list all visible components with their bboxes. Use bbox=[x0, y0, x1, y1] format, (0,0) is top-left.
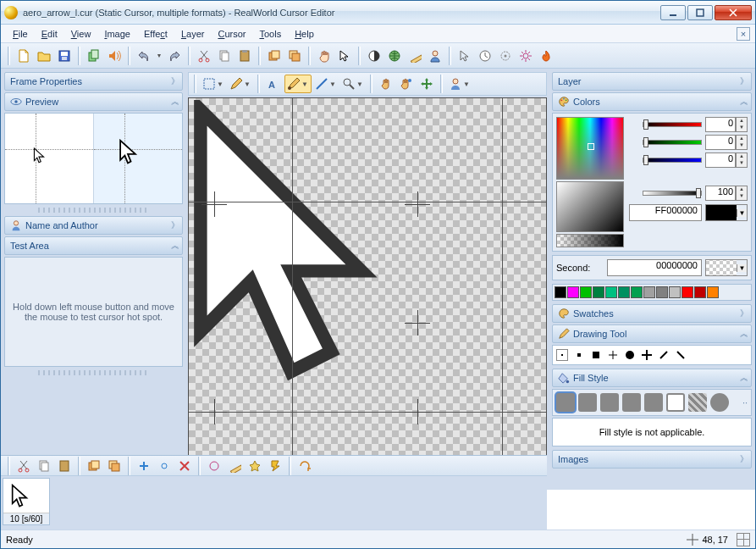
clock-icon[interactable] bbox=[476, 47, 494, 65]
open-folder-icon[interactable] bbox=[35, 47, 53, 65]
images-header[interactable]: Images》 bbox=[552, 450, 752, 469]
palette-swatch[interactable] bbox=[669, 286, 681, 298]
fx2-icon[interactable] bbox=[225, 457, 244, 475]
frame-paste-icon[interactable] bbox=[55, 457, 74, 475]
green-value[interactable]: 0 bbox=[705, 135, 736, 150]
user-icon[interactable] bbox=[426, 47, 444, 65]
palette-swatch[interactable] bbox=[555, 286, 566, 298]
green-slider[interactable] bbox=[643, 140, 702, 145]
fill-4[interactable] bbox=[622, 393, 641, 412]
paste-icon[interactable] bbox=[235, 47, 254, 65]
duplicate-icon[interactable] bbox=[85, 47, 103, 65]
canvas[interactable] bbox=[188, 97, 547, 486]
brush-6[interactable] bbox=[641, 349, 653, 361]
frame-copy-icon[interactable] bbox=[35, 457, 53, 475]
hand-icon[interactable] bbox=[315, 47, 334, 65]
pick-tool[interactable] bbox=[397, 75, 416, 93]
menu-layer[interactable]: Layer bbox=[174, 27, 212, 41]
red-value[interactable]: 0 bbox=[705, 117, 736, 132]
alpha-slider[interactable] bbox=[643, 191, 702, 196]
luminance-picker[interactable] bbox=[556, 181, 624, 232]
close-button[interactable] bbox=[715, 5, 752, 20]
gripper[interactable] bbox=[38, 208, 149, 213]
fx4-icon[interactable] bbox=[266, 457, 284, 475]
fill-6[interactable] bbox=[666, 393, 685, 412]
palette-swatch[interactable] bbox=[567, 286, 579, 298]
fill-5[interactable] bbox=[644, 393, 663, 412]
brush-7[interactable] bbox=[658, 349, 670, 361]
fill-style-header[interactable]: Fill Style︽ bbox=[552, 369, 752, 387]
drawing-tool-header[interactable]: Drawing Tool︽ bbox=[552, 324, 752, 343]
frame-cut-icon[interactable] bbox=[14, 457, 33, 475]
move-tool[interactable] bbox=[417, 75, 436, 93]
preview-header[interactable]: Preview ︽ bbox=[4, 92, 183, 111]
menu-cursor[interactable]: Cursor bbox=[211, 27, 252, 41]
alpha-preview[interactable] bbox=[556, 234, 624, 247]
copy-icon[interactable] bbox=[215, 47, 234, 65]
fill-2[interactable] bbox=[578, 393, 597, 412]
cut-icon[interactable] bbox=[195, 47, 213, 65]
save-icon[interactable] bbox=[55, 47, 74, 65]
hand-tool[interactable] bbox=[377, 75, 395, 93]
preview-cell-2[interactable] bbox=[93, 114, 182, 203]
minimize-button[interactable] bbox=[660, 5, 686, 20]
link-frame-icon[interactable] bbox=[155, 457, 174, 475]
target-icon[interactable] bbox=[496, 47, 515, 65]
contrast-icon[interactable] bbox=[365, 47, 384, 65]
fx3-icon[interactable] bbox=[246, 457, 264, 475]
preview-cell-1[interactable] bbox=[5, 114, 93, 203]
alpha-value[interactable]: 100 bbox=[705, 186, 736, 201]
gear-icon[interactable] bbox=[516, 47, 535, 65]
menu-effect[interactable]: Effect bbox=[137, 27, 174, 41]
red-slider[interactable] bbox=[643, 122, 702, 127]
pencil-tool[interactable]: ▼ bbox=[228, 75, 253, 93]
red-spin[interactable]: ▲▼ bbox=[736, 117, 748, 132]
frame-a-icon[interactable] bbox=[85, 457, 103, 475]
line-tool[interactable]: ▼ bbox=[313, 75, 339, 93]
menu-image[interactable]: Image bbox=[97, 27, 137, 41]
undo-icon[interactable] bbox=[135, 47, 153, 65]
menu-tools[interactable]: Tools bbox=[252, 27, 288, 41]
select-rect-tool[interactable]: ▼ bbox=[201, 75, 226, 93]
undo-dd-icon[interactable]: ▼ bbox=[155, 47, 163, 65]
fx1-icon[interactable] bbox=[205, 457, 223, 475]
globe-icon[interactable] bbox=[385, 47, 404, 65]
alpha-spin[interactable]: ▲▼ bbox=[736, 186, 748, 201]
arrow-select-icon[interactable] bbox=[335, 47, 354, 65]
secondary-swatch[interactable]: ▼ bbox=[705, 259, 748, 276]
menu-help[interactable]: Help bbox=[288, 27, 321, 41]
gripper[interactable] bbox=[38, 370, 149, 375]
swatches-header[interactable]: Swatches》 bbox=[552, 304, 752, 323]
preview-box[interactable] bbox=[4, 113, 183, 204]
hex-input[interactable]: FF000000 bbox=[629, 204, 702, 221]
arrow-tool-icon[interactable] bbox=[455, 47, 474, 65]
second-hex-input[interactable]: 00000000 bbox=[607, 259, 702, 276]
maximize-button[interactable] bbox=[687, 5, 713, 20]
primary-swatch[interactable]: ▼ bbox=[705, 204, 748, 221]
layer-header[interactable]: Layer》 bbox=[552, 72, 752, 91]
grid-icon[interactable] bbox=[737, 533, 750, 546]
palette-swatch[interactable] bbox=[694, 286, 706, 298]
name-author-header[interactable]: Name and Author 》 bbox=[4, 216, 183, 235]
brush-3[interactable] bbox=[590, 349, 602, 361]
blue-slider[interactable] bbox=[643, 158, 702, 163]
text-tool[interactable]: A bbox=[264, 75, 283, 93]
brush-1[interactable] bbox=[556, 349, 568, 361]
frame-cell[interactable]: 10 [s/60] bbox=[3, 478, 50, 525]
ruler-icon[interactable] bbox=[406, 47, 424, 65]
menu-close-doc-button[interactable]: × bbox=[737, 27, 750, 41]
menu-view[interactable]: View bbox=[64, 27, 98, 41]
sound-icon[interactable] bbox=[105, 47, 124, 65]
redo-icon[interactable] bbox=[165, 47, 184, 65]
new-file-icon[interactable] bbox=[14, 47, 33, 65]
fill-8[interactable] bbox=[710, 393, 729, 412]
palette-swatch[interactable] bbox=[682, 286, 693, 298]
palette-swatch[interactable] bbox=[593, 286, 604, 298]
delete-frame-icon[interactable] bbox=[175, 457, 194, 475]
palette-swatch[interactable] bbox=[618, 286, 630, 298]
brush-tool[interactable]: ▼ bbox=[284, 75, 312, 93]
user-tool[interactable]: ▼ bbox=[447, 75, 472, 93]
frame-properties-header[interactable]: Frame Properties 》 bbox=[4, 72, 183, 91]
brush-5[interactable] bbox=[624, 349, 636, 361]
reload-icon[interactable] bbox=[295, 457, 314, 475]
